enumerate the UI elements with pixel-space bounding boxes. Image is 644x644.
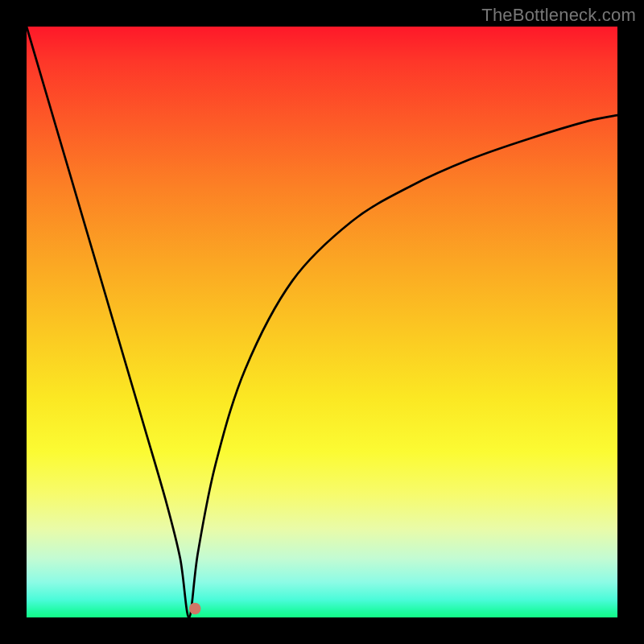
chart-svg	[27, 27, 617, 617]
chart-frame: TheBottleneck.com	[0, 0, 644, 644]
dip-marker	[189, 603, 201, 615]
bottleneck-curve	[27, 27, 617, 617]
watermark-text: TheBottleneck.com	[481, 5, 636, 26]
